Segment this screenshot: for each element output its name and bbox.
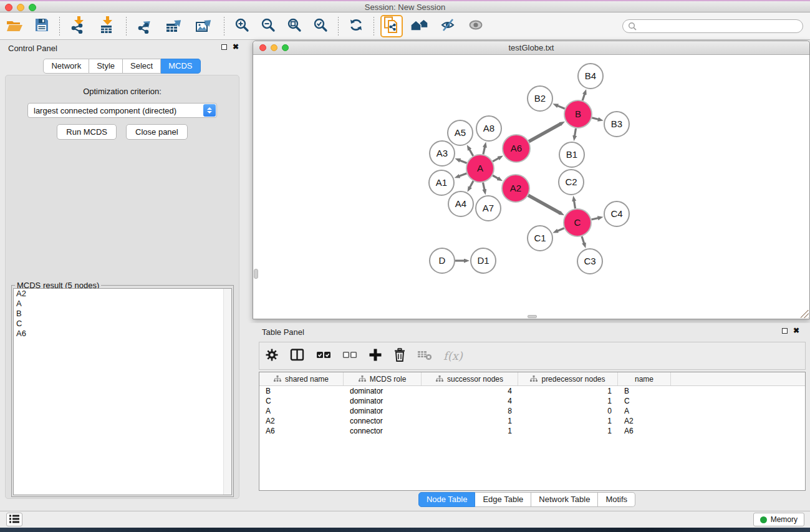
- zoom-out-button[interactable]: [257, 15, 279, 37]
- save-session-button[interactable]: [31, 15, 53, 37]
- tab-mcds[interactable]: MCDS: [161, 59, 200, 74]
- float-table-panel-icon[interactable]: [782, 328, 788, 334]
- close-table-panel-icon[interactable]: ✖: [793, 327, 799, 334]
- edge-B-B3[interactable]: [592, 118, 599, 120]
- zoom-in-button[interactable]: [231, 15, 253, 37]
- clone-network-button[interactable]: [380, 15, 403, 37]
- select-all-columns-button[interactable]: [316, 348, 331, 364]
- delete-column-button[interactable]: [393, 348, 406, 364]
- graph-node-A[interactable]: A: [466, 155, 494, 182]
- edge-A6-B[interactable]: [529, 124, 561, 142]
- window-resize-grip[interactable]: [801, 310, 809, 318]
- result-item[interactable]: A: [14, 299, 231, 309]
- import-table-button[interactable]: [95, 15, 120, 37]
- run-mcds-button[interactable]: Run MCDS: [57, 124, 117, 140]
- graph-node-C[interactable]: C: [564, 209, 591, 236]
- edge-A-A3[interactable]: [460, 160, 467, 163]
- graph-node-A1[interactable]: A1: [429, 170, 454, 195]
- network-window-titlebar[interactable]: testGlobe.txt: [253, 41, 809, 55]
- graph-node-B3[interactable]: B3: [604, 112, 629, 137]
- zoom-selected-button[interactable]: [309, 15, 332, 37]
- close-panel-icon[interactable]: ✖: [233, 44, 239, 51]
- column-header-name[interactable]: name: [618, 372, 671, 385]
- deselect-all-columns-button[interactable]: [342, 348, 357, 364]
- tab-node-table[interactable]: Node Table: [418, 492, 476, 507]
- graph-node-A5[interactable]: A5: [448, 120, 473, 145]
- import-network-button[interactable]: [66, 15, 91, 37]
- export-network-button[interactable]: [133, 15, 158, 37]
- graph-node-C2[interactable]: C2: [559, 170, 584, 195]
- edge-A-A6[interactable]: [493, 158, 499, 161]
- edge-A-A7[interactable]: [483, 183, 485, 190]
- delete-table-button[interactable]: [417, 349, 432, 362]
- horizontal-scrollbar-thumb[interactable]: [528, 315, 537, 318]
- graph-node-C3[interactable]: C3: [577, 249, 602, 274]
- column-header-mcds-role[interactable]: MCDS role: [344, 372, 422, 385]
- table-options-gear-button[interactable]: [265, 348, 279, 364]
- vertical-scrollbar-thumb[interactable]: [254, 269, 258, 279]
- graph-node-B[interactable]: B: [564, 100, 592, 128]
- edge-C-C4[interactable]: [591, 218, 598, 220]
- function-builder-button[interactable]: f(x): [443, 349, 463, 362]
- edge-B-B4[interactable]: [582, 94, 584, 101]
- table-row[interactable]: A6connector11A6: [259, 426, 805, 436]
- export-image-button[interactable]: [191, 15, 218, 37]
- edge-B-B1[interactable]: [575, 128, 576, 137]
- refresh-button[interactable]: [345, 15, 367, 37]
- graph-node-C4[interactable]: C4: [604, 201, 629, 226]
- export-table-button[interactable]: [162, 15, 188, 37]
- table-row[interactable]: A2connector11A2: [259, 416, 805, 426]
- edge-A-A1[interactable]: [459, 173, 466, 177]
- memory-button[interactable]: Memory: [753, 513, 804, 526]
- graph-node-A3[interactable]: A3: [430, 141, 455, 166]
- home-button[interactable]: [407, 15, 433, 37]
- graph-node-A8[interactable]: A8: [476, 116, 501, 141]
- graph-node-B2[interactable]: B2: [528, 86, 552, 111]
- graph-node-A2[interactable]: A2: [502, 175, 529, 202]
- hide-selected-button[interactable]: [436, 15, 460, 37]
- graph-node-A6[interactable]: A6: [503, 135, 530, 162]
- add-column-button[interactable]: [369, 348, 382, 364]
- graph-node-A4[interactable]: A4: [448, 191, 473, 216]
- task-history-button[interactable]: [6, 513, 22, 526]
- column-header-successor-nodes[interactable]: successor nodes: [422, 372, 518, 385]
- column-header-shared-name[interactable]: shared name: [259, 372, 344, 385]
- edge-A-A8[interactable]: [483, 147, 485, 154]
- show-column-button[interactable]: [290, 348, 305, 364]
- edge-C-C2[interactable]: [574, 201, 576, 209]
- network-canvas[interactable]: AA1A2A3A4A5A6A7A8BB1B2B3B4CC1C2C3C4DD1: [253, 55, 809, 319]
- edge-A-A5[interactable]: [470, 149, 473, 156]
- table-row[interactable]: Adominator80A: [259, 406, 805, 416]
- graph-node-B1[interactable]: B1: [559, 142, 584, 167]
- zoom-fit-button[interactable]: [283, 15, 306, 37]
- edge-B-B2[interactable]: [557, 105, 565, 109]
- tab-select[interactable]: Select: [123, 59, 161, 74]
- network-graph[interactable]: AA1A2A3A4A5A6A7A8BB1B2B3B4CC1C2C3C4DD1: [253, 55, 809, 319]
- edge-C-C1[interactable]: [557, 228, 564, 231]
- float-panel-icon[interactable]: [221, 44, 227, 50]
- graph-node-B4[interactable]: B4: [578, 64, 603, 89]
- column-header-predecessor-nodes[interactable]: predecessor nodes: [518, 372, 618, 385]
- tab-edge-table[interactable]: Edge Table: [475, 492, 531, 507]
- edge-A2-C[interactable]: [528, 195, 560, 213]
- graph-node-D[interactable]: D: [430, 248, 455, 273]
- graph-node-A7[interactable]: A7: [476, 196, 501, 221]
- result-item[interactable]: A2: [14, 289, 231, 299]
- table-row[interactable]: Cdominator41C: [259, 396, 805, 406]
- result-item[interactable]: C: [14, 319, 231, 329]
- tab-network-table[interactable]: Network Table: [531, 492, 598, 507]
- table-row[interactable]: Bdominator41B: [259, 386, 805, 396]
- result-item[interactable]: A6: [14, 329, 231, 339]
- graph-node-D1[interactable]: D1: [471, 248, 496, 273]
- optimization-criterion-dropdown[interactable]: largest connected component (directed): [27, 103, 217, 118]
- tab-network[interactable]: Network: [43, 59, 89, 74]
- search-input[interactable]: [637, 21, 803, 32]
- edge-A-A2[interactable]: [493, 175, 498, 178]
- edge-C-C3[interactable]: [582, 236, 584, 244]
- open-file-button[interactable]: [2, 15, 27, 37]
- edge-A-A4[interactable]: [470, 181, 473, 187]
- result-scrollbar[interactable]: [223, 289, 231, 495]
- close-panel-button[interactable]: Close panel: [126, 124, 188, 140]
- tab-style[interactable]: Style: [89, 59, 123, 74]
- tab-motifs[interactable]: Motifs: [598, 492, 635, 507]
